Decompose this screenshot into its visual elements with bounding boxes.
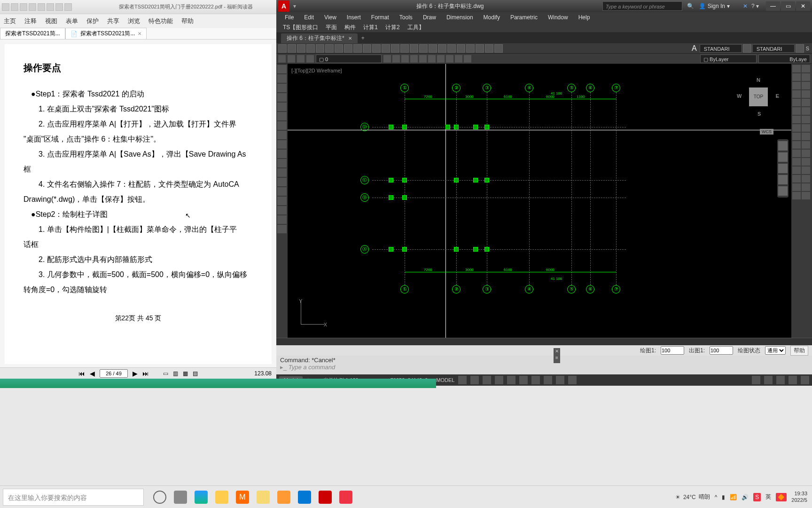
mi-icon[interactable]: M <box>236 491 249 504</box>
toolbar-icon[interactable] <box>428 55 436 63</box>
new-tab-button[interactable]: + <box>361 35 365 41</box>
view-cube[interactable]: TOP N S E W <box>740 78 777 116</box>
dim-style-combo[interactable]: STANDARI <box>752 44 795 53</box>
help-button[interactable]: 帮助 <box>790 346 808 356</box>
modify-icon[interactable] <box>802 82 810 89</box>
command-input[interactable]: ▸_ Type a command <box>280 364 808 371</box>
next-page-icon[interactable]: ▶ <box>133 370 138 377</box>
tool-icon[interactable] <box>277 215 287 224</box>
view-mode-icon[interactable]: ▦ <box>183 370 188 377</box>
dim-style-icon[interactable] <box>743 44 751 53</box>
scale-input[interactable] <box>661 346 684 355</box>
toolbar-icon[interactable] <box>464 55 471 63</box>
menu-parametric[interactable]: Parametric <box>506 14 542 21</box>
cortana-icon[interactable] <box>153 491 166 504</box>
ribbon-tab-help[interactable]: 帮助 <box>181 17 194 25</box>
modify-icon[interactable] <box>792 192 801 199</box>
toolbar-icon[interactable] <box>494 44 503 53</box>
tool-icon[interactable] <box>277 225 287 233</box>
plugin-menu-item[interactable]: 计算1 <box>360 24 381 32</box>
command-line[interactable]: ✕≡ Command: *Cancel* ▸_ Type a command <box>276 356 812 374</box>
taskbar-search-input[interactable]: 在这里输入你要搜索的内容 <box>3 489 144 506</box>
ribbon-tab-comment[interactable]: 注释 <box>24 17 37 25</box>
text-style-combo[interactable]: STANDARI <box>700 44 742 53</box>
tool-icon[interactable] <box>277 197 287 205</box>
toolbar-icon[interactable] <box>400 44 409 53</box>
toolbar-icon[interactable] <box>288 55 295 63</box>
modify-icon[interactable] <box>802 65 810 72</box>
rectangle-icon[interactable] <box>277 103 287 111</box>
folder-icon[interactable] <box>257 491 270 504</box>
steering-wheel-icon[interactable] <box>778 141 788 151</box>
modify-icon[interactable] <box>802 150 810 157</box>
close-button[interactable]: ✕ <box>796 1 810 11</box>
layer-combo[interactable]: ▢ 0 <box>316 55 382 63</box>
help-icon[interactable]: ? ▾ <box>751 3 759 9</box>
qat-icon[interactable] <box>38 3 45 11</box>
wifi-icon[interactable]: 📶 <box>730 494 737 500</box>
toolbar-icon[interactable] <box>419 55 427 63</box>
polyline-icon[interactable] <box>277 74 287 83</box>
weather-widget[interactable]: ☀ 24°C 晴朗 <box>675 493 710 501</box>
close-tab-icon[interactable]: ✕ <box>138 31 141 36</box>
foxit-reader-icon[interactable] <box>277 491 290 504</box>
lineweight-combo[interactable]: ByLaye <box>758 55 810 63</box>
menu-draw[interactable]: Draw <box>418 14 441 21</box>
modify-icon[interactable] <box>802 175 810 183</box>
toolbar-icon[interactable] <box>335 44 343 53</box>
recorder-icon[interactable] <box>339 491 352 504</box>
cad-titlebar[interactable]: A ▾ 操作 6：柱子集中标注.dwg Type a keyword or ph… <box>276 0 812 12</box>
ribbon-tab-home[interactable]: 主页 <box>4 17 16 25</box>
otrack-icon[interactable] <box>519 376 528 384</box>
toolbar-icon[interactable] <box>363 44 371 53</box>
modify-icon[interactable] <box>802 183 810 191</box>
modify-icon[interactable] <box>802 116 810 123</box>
text-style-icon[interactable]: A <box>690 44 699 53</box>
menu-format[interactable]: Format <box>367 14 394 21</box>
plugin-menu-item[interactable]: 计算2 <box>383 24 403 32</box>
menu-edit[interactable]: Edit <box>299 14 319 21</box>
dyn-icon[interactable] <box>531 376 540 384</box>
exchange-icon[interactable]: ✕ <box>743 3 748 9</box>
toolbar-icon[interactable] <box>429 44 437 53</box>
menu-tools[interactable]: Tools <box>395 14 417 21</box>
task-view-icon[interactable] <box>174 491 187 504</box>
toolbar-icon[interactable] <box>325 44 334 53</box>
zoom-icon[interactable] <box>778 164 788 173</box>
ribbon-tab-form[interactable]: 表单 <box>66 17 78 25</box>
app-icon[interactable] <box>298 491 311 504</box>
qat-icon[interactable] <box>2 3 9 11</box>
modify-icon[interactable] <box>802 192 810 199</box>
toolbar-icon[interactable] <box>466 44 475 53</box>
ortho-icon[interactable] <box>483 376 491 384</box>
toolbar-icon[interactable] <box>447 44 456 53</box>
help-search-input[interactable]: Type a keyword or phrase <box>602 1 682 11</box>
toolbar-icon[interactable] <box>344 44 352 53</box>
modify-icon[interactable] <box>792 133 801 140</box>
drawing-canvas[interactable]: [-][Top][2D Wireframe] ① ② ③ ④ ⑤ ⑥ ⑦ ① ②… <box>288 64 791 338</box>
plugin-menu-item[interactable]: 工具】 <box>405 24 427 32</box>
toolbar-icon[interactable] <box>476 44 484 53</box>
toolbar-icon[interactable] <box>306 44 315 53</box>
qat-icon[interactable] <box>64 3 72 11</box>
modify-icon[interactable] <box>792 107 801 115</box>
toolbar-icon[interactable] <box>485 44 493 53</box>
minimize-button[interactable]: — <box>766 1 780 11</box>
arc-icon[interactable] <box>277 93 287 102</box>
drawing-tab-active[interactable]: 操作 6：柱子集中标注* ✕ <box>281 33 358 43</box>
orbit-icon[interactable] <box>778 175 788 184</box>
modify-icon[interactable] <box>792 90 801 98</box>
sogou-ime-icon[interactable]: S <box>753 493 761 501</box>
toolbar-icon[interactable] <box>382 44 390 53</box>
ribbon-tab-view[interactable]: 视图 <box>45 17 57 25</box>
toolbar-icon[interactable] <box>297 55 304 63</box>
close-tab-icon[interactable]: ✕ <box>348 36 352 41</box>
modify-icon[interactable] <box>802 90 810 98</box>
modify-icon[interactable] <box>792 167 801 174</box>
viewcube-w[interactable]: W <box>737 93 742 99</box>
page-input[interactable] <box>100 369 128 378</box>
autocad-logo-icon[interactable]: A <box>278 0 289 12</box>
tool-icon[interactable] <box>277 206 287 214</box>
toolbar-icon[interactable] <box>391 44 399 53</box>
point-icon[interactable] <box>277 140 287 149</box>
